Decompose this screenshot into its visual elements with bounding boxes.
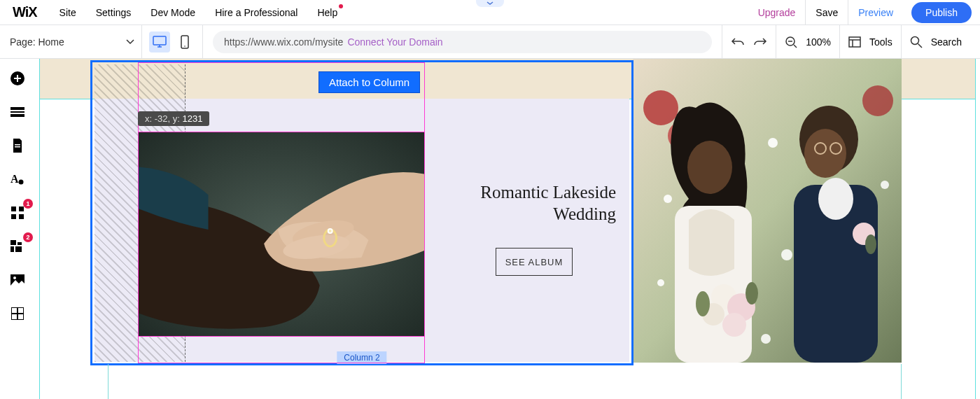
- menu-site[interactable]: Site: [50, 0, 86, 25]
- undo-redo-group: [722, 25, 776, 59]
- menu-dev-mode[interactable]: Dev Mode: [141, 0, 205, 25]
- publish-button[interactable]: Publish: [911, 2, 972, 23]
- save-button[interactable]: Save: [805, 0, 848, 25]
- svg-point-48: [687, 141, 732, 194]
- sections-button[interactable]: [9, 104, 26, 120]
- svg-point-11: [911, 36, 918, 44]
- tools-icon: [848, 36, 861, 48]
- attach-to-column-button[interactable]: Attach to Column: [318, 71, 420, 93]
- svg-point-37: [643, 90, 678, 125]
- svg-rect-26: [19, 214, 24, 219]
- svg-point-4: [184, 46, 186, 47]
- grid-icon: [11, 206, 24, 219]
- pages-button[interactable]: [9, 137, 26, 154]
- upgrade-link[interactable]: Upgrade: [748, 0, 806, 25]
- url-text: https://www.wix.com/mysite: [224, 36, 343, 48]
- next-section-outline: [108, 364, 902, 399]
- desktop-view-button[interactable]: [149, 31, 170, 52]
- top-notch[interactable]: [476, 0, 504, 7]
- media-button[interactable]: [9, 272, 26, 288]
- search-label: Search: [931, 36, 962, 48]
- image-icon: [10, 274, 24, 286]
- plus-circle-icon: [10, 71, 25, 86]
- svg-line-12: [918, 43, 922, 48]
- page-selector[interactable]: Page: Home: [10, 36, 141, 48]
- help-notification-dot: [339, 4, 343, 8]
- svg-point-60: [881, 181, 889, 189]
- page-edge-left: [39, 59, 40, 399]
- svg-point-39: [862, 85, 893, 116]
- tools-menu[interactable]: Tools: [839, 25, 901, 59]
- undo-button[interactable]: [731, 36, 745, 48]
- zoom-value: 100%: [806, 36, 831, 48]
- svg-point-53: [722, 313, 746, 337]
- data-button[interactable]: [9, 305, 26, 322]
- menu-help[interactable]: Help: [307, 0, 347, 25]
- preview-button[interactable]: Preview: [848, 0, 903, 25]
- svg-rect-20: [15, 146, 20, 148]
- zoom-control[interactable]: 100%: [776, 25, 839, 59]
- drag-ghost-outline: [138, 62, 425, 363]
- svg-rect-0: [153, 36, 166, 45]
- layout-badge: 2: [23, 232, 33, 242]
- menu-hire-professional[interactable]: Hire a Professional: [205, 0, 307, 25]
- svg-rect-25: [11, 214, 16, 219]
- svg-rect-19: [15, 144, 20, 146]
- svg-rect-30: [15, 246, 22, 252]
- svg-rect-24: [19, 206, 24, 211]
- chevron-down-icon: [126, 39, 134, 45]
- svg-point-32: [13, 276, 16, 279]
- search-icon: [910, 36, 923, 48]
- mobile-icon: [181, 35, 189, 49]
- connect-domain-link[interactable]: Connect Your Domain: [347, 36, 442, 48]
- theme-icon: A: [10, 172, 24, 186]
- layout-button[interactable]: 2: [9, 238, 26, 255]
- see-album-button[interactable]: SEE ALBUM: [496, 248, 573, 276]
- page-selector-label: Page: Home: [10, 36, 64, 48]
- svg-point-55: [746, 282, 758, 304]
- editor-canvas[interactable]: Column 2 Romantic Lakeside Wedding SEE A…: [35, 59, 980, 399]
- section-icon: [10, 107, 24, 117]
- svg-rect-23: [11, 206, 16, 211]
- desktop-icon: [153, 36, 167, 48]
- url-bar[interactable]: https://www.wix.com/mysite Connect Your …: [213, 31, 712, 53]
- svg-rect-29: [10, 246, 14, 252]
- page-edge-right: [975, 59, 976, 399]
- svg-point-41: [804, 129, 846, 178]
- puzzle-icon: [10, 240, 24, 253]
- svg-rect-17: [10, 111, 24, 113]
- zoom-out-icon: [785, 36, 797, 48]
- svg-point-22: [19, 180, 24, 185]
- svg-point-43: [818, 178, 853, 220]
- section-heading[interactable]: Romantic Lakeside Wedding: [434, 181, 616, 225]
- svg-rect-28: [18, 242, 22, 245]
- svg-line-7: [794, 45, 797, 48]
- search-button[interactable]: Search: [901, 25, 970, 59]
- page-icon: [12, 139, 23, 153]
- redo-button[interactable]: [753, 36, 767, 48]
- svg-point-47: [865, 234, 876, 254]
- tools-label: Tools: [869, 36, 892, 48]
- svg-text:A: A: [10, 173, 19, 185]
- add-element-button[interactable]: [9, 70, 26, 87]
- svg-rect-16: [10, 107, 24, 110]
- menu-settings[interactable]: Settings: [86, 0, 141, 25]
- svg-point-59: [657, 279, 664, 286]
- table-icon: [11, 307, 24, 320]
- wix-logo: WiX: [0, 4, 50, 20]
- svg-rect-8: [849, 37, 860, 47]
- svg-rect-27: [10, 240, 16, 245]
- svg-point-54: [696, 291, 710, 316]
- mobile-view-button[interactable]: [174, 31, 195, 52]
- svg-point-56: [664, 195, 672, 203]
- drag-coordinates-tooltip: x: -32, y: 1231: [138, 111, 209, 126]
- theme-button[interactable]: A: [9, 171, 26, 188]
- apps-button[interactable]: 1: [9, 204, 26, 221]
- apps-badge: 1: [23, 199, 33, 209]
- hero-photo-couple[interactable]: [633, 59, 902, 363]
- svg-point-58: [781, 249, 792, 260]
- svg-point-61: [761, 334, 771, 344]
- svg-rect-18: [10, 114, 24, 117]
- left-sidebar: A 1 2: [0, 59, 35, 399]
- divider: [202, 25, 203, 59]
